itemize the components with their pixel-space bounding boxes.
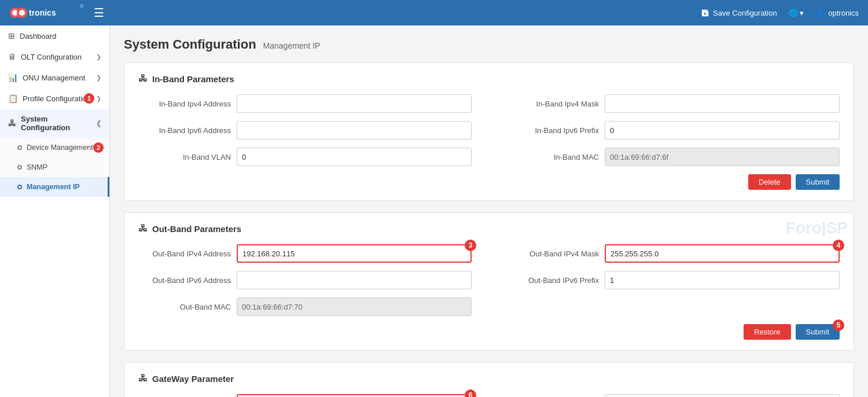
sidebar-item-dashboard[interactable]: ⊞ Dashboard	[0, 25, 109, 46]
inband-ipv6-prefix-row: In-Band Ipv6 Prefix	[506, 121, 840, 139]
gateway-ipv6-input[interactable]	[605, 394, 840, 397]
inband-vlan-label: In-Band VLAN	[138, 153, 231, 161]
inband-mac-input	[605, 148, 840, 166]
sidebar-item-management-ip[interactable]: Management IP	[0, 177, 109, 197]
inband-ipv4-address-input[interactable]	[237, 94, 472, 113]
dot-icon	[17, 165, 22, 170]
outband-mac-row: Out-Band MAC	[138, 297, 472, 316]
gateway-title: 🖧 GateWay Parameter	[138, 373, 840, 384]
outband-ipv6-prefix-row: Out-Band IPv6 Prefix	[506, 271, 840, 289]
onu-icon: 📊	[8, 73, 18, 82]
outband-btn-row: Restore Submit 5	[138, 324, 840, 340]
dashboard-icon: ⊞	[8, 31, 15, 41]
gateway-ipv4-row: IPv4 GateWay 6	[138, 394, 472, 397]
dot-icon	[17, 145, 22, 150]
sidebar-item-onu-mgmt[interactable]: 📊 ONU Management ❯	[0, 67, 109, 88]
outband-ipv4-address-label: Out-Band IPv4 Address	[138, 249, 231, 258]
svg-point-3	[19, 10, 25, 16]
sidebar-item-device-mgmt[interactable]: Device Management 2	[0, 138, 109, 157]
outband-ipv4-address-input[interactable]	[237, 244, 472, 263]
network-icon: 🖧	[138, 73, 148, 84]
inband-form: In-Band Ipv4 Address In-Band Ipv4 Mask I…	[138, 94, 840, 166]
inband-submit-button[interactable]: Submit	[796, 174, 840, 190]
inband-ipv6-prefix-label: In-Band Ipv6 Prefix	[506, 126, 599, 135]
badge-2: 2	[93, 142, 104, 153]
badge-3: 3	[465, 240, 476, 251]
inband-ipv4-mask-label: In-Band Ipv4 Mask	[506, 100, 599, 108]
outband-mac-label: Out-Band MAC	[138, 303, 231, 311]
logo[interactable]: tronics ®	[9, 3, 84, 22]
outband-ipv6-address-row: Out-Band IPv6 Address	[138, 271, 472, 289]
outband-restore-button[interactable]: Restore	[744, 324, 791, 340]
inband-ipv6-prefix-input[interactable]	[605, 121, 840, 139]
inband-delete-button[interactable]: Delete	[748, 174, 791, 190]
sidebar-submenu-system: Device Management 2 SNMP Management IP	[0, 138, 109, 197]
inband-ipv6-address-input[interactable]	[237, 121, 472, 139]
topnav: tronics ® ☰ Save Configuration 🌐 ▾ 👤 opt…	[0, 0, 868, 25]
dot-active-icon	[17, 185, 22, 189]
inband-vlan-input[interactable]	[237, 148, 472, 166]
profile-icon: 📋	[8, 94, 18, 103]
inband-mac-row: In-Band MAC	[506, 148, 840, 166]
hamburger-icon[interactable]: ☰	[94, 6, 104, 20]
sidebar-item-system-config[interactable]: 🖧 System Configuration ❮	[0, 109, 109, 138]
gateway-ipv4-input[interactable]	[237, 394, 472, 397]
svg-text:tronics: tronics	[29, 8, 56, 17]
save-config-button[interactable]: Save Configuration	[701, 9, 777, 17]
inband-ipv4-mask-input[interactable]	[605, 94, 840, 113]
chevron-left-icon: ❮	[96, 120, 101, 127]
page-header: System Configuration Management IP	[124, 37, 854, 52]
page-subtitle: Management IP	[263, 41, 321, 50]
badge-5: 5	[833, 319, 844, 331]
chevron-right-icon: ❯	[96, 95, 101, 102]
gateway-section: 🖧 GateWay Parameter IPv4 GateWay 6 IPv6 …	[124, 362, 854, 397]
badge-6: 6	[465, 389, 476, 397]
outband-ipv4-mask-input[interactable]	[605, 244, 840, 263]
sidebar-item-snmp[interactable]: SNMP	[0, 157, 109, 177]
outband-section: Foro|SP 🖧 Out-Band Parameters Out-Band I…	[124, 212, 854, 351]
page-title: System Configuration	[124, 37, 256, 52]
inband-title: 🖧 In-Band Parameters	[138, 73, 840, 84]
user-menu[interactable]: 👤 optronics	[815, 9, 859, 17]
svg-text:®: ®	[80, 3, 84, 9]
outband-ipv6-prefix-label: Out-Band IPv6 Prefix	[506, 276, 599, 285]
main-content: System Configuration Management IP 🖧 In-…	[110, 25, 868, 397]
inband-ipv6-address-row: In-Band Ipv6 Address	[138, 121, 472, 139]
outband-title: 🖧 Out-Band Parameters	[138, 223, 840, 234]
outband-ipv4-address-row: Out-Band IPv4 Address 3	[138, 244, 472, 263]
outband-ipv6-address-label: Out-Band IPv6 Address	[138, 276, 231, 285]
outband-ipv6-prefix-input[interactable]	[605, 271, 840, 289]
outband-ipv6-address-input[interactable]	[237, 271, 472, 289]
inband-ipv4-address-label: In-Band Ipv4 Address	[138, 100, 231, 108]
inband-mac-label: In-Band MAC	[506, 153, 599, 161]
outband-empty-row	[506, 297, 840, 316]
inband-section: 🖧 In-Band Parameters In-Band Ipv4 Addres…	[124, 63, 854, 201]
network-icon: 🖧	[138, 223, 148, 234]
inband-vlan-row: In-Band VLAN	[138, 148, 472, 166]
inband-ipv4-mask-row: In-Band Ipv4 Mask	[506, 94, 840, 113]
gateway-ipv6-row: IPv6 GateWay	[506, 394, 840, 397]
inband-btn-row: Delete Submit	[138, 174, 840, 190]
language-selector[interactable]: 🌐 ▾	[789, 9, 804, 17]
olt-icon: 🖥	[8, 52, 16, 61]
gateway-form: IPv4 GateWay 6 IPv6 GateWay	[138, 394, 840, 397]
inband-ipv4-address-row: In-Band Ipv4 Address	[138, 94, 472, 113]
outband-ipv4-mask-label: Out-Band IPv4 Mask	[506, 249, 599, 258]
chevron-right-icon: ❯	[96, 74, 101, 82]
outband-form: Out-Band IPv4 Address 3 Out-Band IPv4 Ma…	[138, 244, 840, 316]
sidebar-item-profile-config[interactable]: 📋 Profile Configuration 1 ❯	[0, 88, 109, 109]
badge-4: 4	[833, 240, 844, 251]
inband-ipv6-address-label: In-Band Ipv6 Address	[138, 126, 231, 135]
outband-mac-input	[237, 297, 472, 316]
badge-1: 1	[84, 93, 94, 104]
sidebar: ⊞ Dashboard 🖥 OLT Configuration ❯ 📊 ONU …	[0, 25, 110, 397]
sidebar-item-olt-config[interactable]: 🖥 OLT Configuration ❯	[0, 46, 109, 67]
chevron-right-icon: ❯	[96, 53, 101, 61]
system-icon: 🖧	[8, 119, 16, 128]
outband-ipv4-mask-row: Out-Band IPv4 Mask 4	[506, 244, 840, 263]
network-icon: 🖧	[138, 373, 148, 384]
